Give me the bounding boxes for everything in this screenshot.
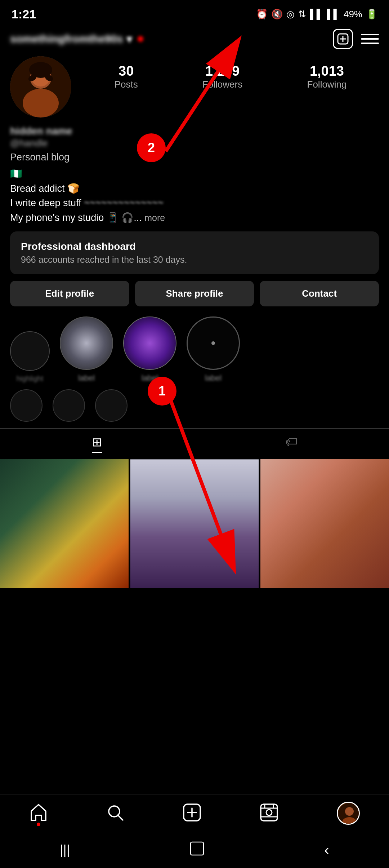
highlight-item-4[interactable]: label [187, 316, 240, 383]
menu-line-2 [361, 38, 379, 40]
highlight-circle-3 [123, 316, 176, 370]
svg-point-5 [23, 89, 59, 118]
highlight-item-2[interactable]: label [60, 316, 113, 383]
home-active-dot [37, 823, 40, 826]
highlight-dot [211, 341, 215, 345]
profile-name: hidden name [10, 125, 379, 137]
nav-profile[interactable] [337, 802, 360, 825]
nav-username[interactable]: somethingfromthe90s ▾ [10, 33, 143, 45]
svg-line-15 [118, 815, 123, 820]
menu-line-3 [361, 43, 379, 44]
grid-row-1 [0, 459, 389, 588]
action-buttons: Edit profile Share profile Contact [10, 281, 379, 306]
home-icon [29, 803, 48, 823]
signal-icon-2: ▌▌ [327, 9, 340, 20]
badge-1: 1 [148, 377, 176, 406]
status-bar: 1:21 ⏰ 🔇 ◎ ⇅ ▌▌ ▌▌ 49% 🔋 [0, 0, 389, 25]
online-dot [138, 36, 143, 42]
badge-2: 2 [137, 133, 166, 162]
grid-cell-3[interactable] [260, 459, 389, 588]
battery-indicator: 49% [344, 9, 362, 20]
professional-dashboard[interactable]: Professional dashboard 966 accounts reac… [10, 231, 379, 274]
posts-count: 30 [115, 63, 138, 79]
highlights-row-2 [10, 389, 379, 425]
add-content-button[interactable] [333, 29, 353, 49]
highlight-small-3[interactable] [95, 389, 128, 422]
posts-stat[interactable]: 30 Posts [115, 63, 138, 90]
svg-rect-19 [261, 804, 277, 821]
highlights-section: highlight label label label [0, 313, 389, 428]
svg-rect-28 [191, 842, 204, 855]
profile-info: hidden name @handle Personal blog 🇳🇬 Bre… [10, 125, 379, 225]
android-recent-button[interactable]: ||| [60, 842, 70, 858]
recent-apps-icon: ||| [60, 842, 70, 857]
grid-cell-2[interactable] [130, 459, 259, 588]
svg-point-20 [266, 810, 272, 815]
data-icon: ⇅ [298, 9, 306, 20]
profile-bio: 🇳🇬 Bread addict 🍞 I write deep stuff ~~~… [10, 167, 379, 225]
search-icon [106, 803, 124, 823]
highlight-item-3[interactable]: label [123, 316, 176, 383]
highlights-row: highlight label label label [10, 316, 379, 383]
signal-icon: ▌▌ [310, 9, 323, 20]
bottom-nav [0, 794, 389, 832]
menu-line-1 [361, 34, 379, 35]
post-image-3 [260, 459, 389, 588]
svg-point-26 [345, 807, 354, 816]
nav-reels[interactable] [260, 803, 278, 823]
username-text: somethingfromthe90s [10, 33, 123, 45]
status-icons: ⏰ 🔇 ◎ ⇅ ▌▌ ▌▌ 49% 🔋 [256, 9, 377, 20]
highlight-label-2: label [78, 373, 95, 383]
highlight-circle-4 [187, 316, 240, 370]
followers-count: 1,239 [202, 63, 242, 79]
profile-top: 30 Posts 1,239 Followers 1,013 Following [10, 56, 379, 118]
battery-icon: 🔋 [366, 9, 377, 20]
contact-button[interactable]: Contact [260, 281, 379, 306]
profile-category: Personal blog [10, 152, 379, 163]
avatar[interactable] [10, 56, 71, 118]
hamburger-menu-button[interactable] [361, 34, 379, 44]
dropdown-icon[interactable]: ▾ [126, 33, 132, 45]
profile-section: 30 Posts 1,239 Followers 1,013 Following… [0, 53, 389, 306]
highlight-small-1[interactable] [10, 389, 43, 422]
avatar-container [10, 56, 71, 118]
mute-icon: 🔇 [271, 9, 283, 20]
profile-avatar-small [337, 802, 360, 825]
android-back-button[interactable]: ‹ [324, 841, 329, 859]
nav-search[interactable] [106, 803, 124, 823]
nav-bar: somethingfromthe90s ▾ [0, 25, 389, 53]
posts-grid [0, 459, 389, 588]
nav-add[interactable] [183, 803, 201, 823]
profile-stats: 30 Posts 1,239 Followers 1,013 Following [82, 63, 379, 90]
add-icon [183, 803, 201, 823]
avatar-image [10, 56, 71, 118]
alarm-icon: ⏰ [256, 9, 268, 20]
android-nav: ||| ‹ [0, 832, 389, 868]
tagged-tab[interactable]: 🏷 [285, 435, 298, 453]
grid-tab[interactable]: ⊞ [92, 435, 102, 453]
nav-actions [333, 29, 379, 49]
nav-home[interactable] [29, 803, 48, 823]
followers-label: Followers [202, 79, 242, 90]
highlight-item-1[interactable]: highlight [10, 331, 50, 383]
posts-label: Posts [115, 79, 138, 90]
highlight-small-2[interactable] [53, 389, 85, 422]
grid-cell-1[interactable] [0, 459, 129, 588]
android-home-icon [189, 844, 205, 859]
status-time: 1:21 [12, 7, 36, 21]
android-home-button[interactable] [189, 841, 205, 859]
following-label: Following [307, 79, 347, 90]
pro-dashboard-title: Professional dashboard [21, 241, 368, 252]
nav-spacer [0, 588, 389, 664]
followers-stat[interactable]: 1,239 Followers [202, 63, 242, 90]
edit-profile-button[interactable]: Edit profile [10, 281, 129, 306]
share-profile-button[interactable]: Share profile [135, 281, 254, 306]
profile-handle: @handle [10, 138, 379, 149]
highlight-circle-1 [10, 331, 50, 371]
following-stat[interactable]: 1,013 Following [307, 63, 347, 90]
reels-icon [260, 803, 278, 823]
highlight-label-4: label [205, 373, 222, 383]
pro-dashboard-subtitle: 966 accounts reached in the last 30 days… [21, 254, 368, 265]
more-link[interactable]: more [144, 213, 165, 223]
highlight-label-1: highlight [17, 375, 44, 383]
